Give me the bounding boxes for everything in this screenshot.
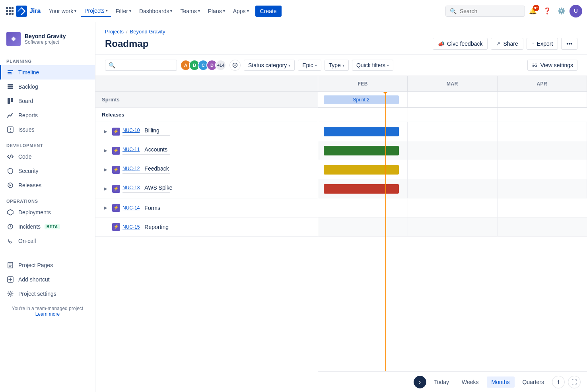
epic-id[interactable]: NUC-15: [122, 224, 140, 230]
sidebar-item-incidents[interactable]: Incidents BETA: [0, 219, 95, 234]
status-category-filter[interactable]: Status category ▾: [244, 60, 295, 71]
gantt-row-nuc14: [318, 198, 587, 217]
expand-icon[interactable]: ▶: [102, 185, 110, 193]
nav-filter[interactable]: Filter ▾: [113, 6, 134, 17]
create-button[interactable]: Create: [255, 6, 282, 17]
epic-name: Forms: [144, 205, 160, 211]
assignee-avatars: A B C D +14: [180, 60, 226, 71]
search-input[interactable]: [460, 8, 521, 14]
avatar-count[interactable]: +14: [215, 60, 226, 71]
notification-badge: 9+: [533, 5, 539, 11]
nav-teams[interactable]: Teams ▾: [177, 6, 203, 17]
development-section-label: DEVELOPMENT: [0, 137, 95, 149]
nav-apps[interactable]: Apps ▾: [230, 6, 252, 17]
info-button[interactable]: ℹ: [552, 376, 565, 388]
svg-rect-4: [8, 84, 13, 85]
releases-row: Releases: [95, 108, 318, 122]
chevron-down-icon: ▾: [288, 63, 290, 68]
quick-filters-button[interactable]: Quick filters ▾: [352, 60, 393, 71]
epic-id[interactable]: NUC-12: [122, 166, 140, 171]
learn-more-link[interactable]: Learn more: [35, 311, 60, 317]
epic-row-nuc11[interactable]: ▶ ⚡ NUC-11 Accounts: [95, 141, 318, 160]
gantt-cell: [498, 141, 587, 160]
fullscreen-button[interactable]: ⛶: [568, 376, 581, 388]
sidebar-item-security[interactable]: Security: [0, 164, 95, 178]
today-button[interactable]: Today: [430, 376, 454, 388]
expand-icon[interactable]: ▶: [102, 204, 110, 212]
epic-bar-nuc10[interactable]: [324, 127, 399, 136]
oncall-icon: [6, 237, 14, 245]
prev-button[interactable]: ›: [414, 376, 426, 388]
sidebar-item-code[interactable]: Code: [0, 149, 95, 164]
share-button[interactable]: ↗ Share: [491, 38, 523, 50]
more-options-button[interactable]: •••: [561, 38, 577, 50]
weeks-button[interactable]: Weeks: [457, 376, 484, 388]
sidebar-item-board[interactable]: Board: [0, 94, 95, 108]
help-button[interactable]: ❓: [541, 5, 554, 17]
nav-your-work[interactable]: Your work ▾: [45, 6, 80, 17]
expand-icon[interactable]: ▶: [102, 147, 110, 155]
sidebar-item-deployments[interactable]: Deployments: [0, 205, 95, 219]
user-avatar[interactable]: U: [570, 5, 582, 17]
search-icon: 🔍: [109, 62, 115, 68]
nav-plans[interactable]: Plans ▾: [205, 6, 228, 17]
epic-id[interactable]: NUC-10: [122, 128, 140, 133]
sidebar-item-backlog[interactable]: Backlog: [0, 80, 95, 94]
quarters-button[interactable]: Quarters: [518, 376, 549, 388]
sidebar-item-releases[interactable]: Releases: [0, 178, 95, 192]
epic-row-nuc12[interactable]: ▶ ⚡ NUC-12 Feedback: [95, 160, 318, 179]
epic-name: Reporting: [144, 224, 169, 230]
months-button[interactable]: Months: [487, 376, 515, 388]
nav-projects[interactable]: Projects ▾: [81, 5, 111, 17]
roadmap-gantt-panel: FEB MAR APR Sprint: [318, 76, 587, 392]
grid-menu-button[interactable]: [5, 6, 14, 16]
expand-icon[interactable]: ▶: [102, 128, 110, 136]
gantt-row-nuc12: [318, 160, 587, 179]
gantt-body[interactable]: Sprint 2: [318, 92, 587, 371]
epic-row-nuc10[interactable]: ▶ ⚡ NUC-10 Billing: [95, 122, 318, 141]
toolbar-search-box[interactable]: 🔍: [105, 60, 177, 71]
sidebar-item-issues[interactable]: Issues: [0, 122, 95, 137]
jira-logo[interactable]: Jira: [16, 6, 41, 17]
manage-sprints-button[interactable]: [229, 60, 241, 71]
type-filter[interactable]: Type ▾: [325, 60, 349, 71]
view-settings-button[interactable]: View settings: [527, 60, 577, 71]
epic-id[interactable]: NUC-14: [122, 205, 140, 211]
nav-dashboards[interactable]: Dashboards ▾: [136, 6, 176, 17]
chevron-down-icon: ▾: [74, 9, 76, 13]
roadmap-body: Sprints Releases ▶ ⚡ NUC-10 Billing: [95, 92, 318, 392]
breadcrumb-projects[interactable]: Projects: [105, 29, 124, 35]
epic-bar-nuc11[interactable]: [324, 146, 399, 155]
epic-row-nuc14[interactable]: ▶ ⚡ NUC-14 Forms: [95, 198, 318, 217]
expand-icon[interactable]: ▶: [102, 166, 110, 174]
sidebar-item-add-shortcut[interactable]: Add shortcut: [0, 272, 95, 287]
gantt-row-nuc15: [318, 217, 587, 237]
epic-bar-nuc13[interactable]: [324, 184, 399, 194]
epic-id[interactable]: NUC-11: [122, 147, 140, 152]
sidebar-item-oncall[interactable]: On-call: [0, 234, 95, 248]
sidebar-item-project-pages[interactable]: Project Pages: [0, 258, 95, 272]
epic-row-nuc15[interactable]: ▶ ⚡ NUC-15 Reporting: [95, 217, 318, 237]
settings-button[interactable]: ⚙️: [555, 5, 568, 17]
export-button[interactable]: ↑ Export: [527, 38, 558, 50]
sidebar-item-timeline[interactable]: Timeline: [0, 65, 95, 80]
breadcrumb-beyond-gravity[interactable]: Beyond Gravity: [130, 29, 165, 35]
give-feedback-button[interactable]: 📣 Give feedback: [433, 38, 488, 50]
epic-filter[interactable]: Epic ▾: [298, 60, 321, 71]
sidebar: Beyond Gravity Software project PLANNING…: [0, 22, 95, 392]
epic-type-icon: ⚡: [112, 185, 120, 193]
sidebar-item-reports[interactable]: Reports: [0, 108, 95, 122]
chevron-down-icon: ▾: [247, 9, 249, 13]
notifications-button[interactable]: 🔔 9+: [527, 5, 539, 17]
toolbar-search-input[interactable]: [118, 62, 173, 68]
epic-row-nuc13[interactable]: ▶ ⚡ NUC-13 AWS Spike: [95, 179, 318, 198]
sidebar-item-project-settings[interactable]: Project settings: [0, 287, 95, 301]
chevron-down-icon: ▾: [223, 9, 225, 13]
gantt-cell: [498, 217, 587, 236]
search-box[interactable]: 🔍: [445, 6, 525, 17]
svg-line-12: [10, 155, 11, 159]
sprint-bar[interactable]: Sprint 2: [324, 95, 399, 104]
svg-rect-31: [535, 66, 537, 67]
epic-id[interactable]: NUC-13: [122, 185, 140, 190]
epic-bar-nuc12[interactable]: [324, 165, 399, 175]
